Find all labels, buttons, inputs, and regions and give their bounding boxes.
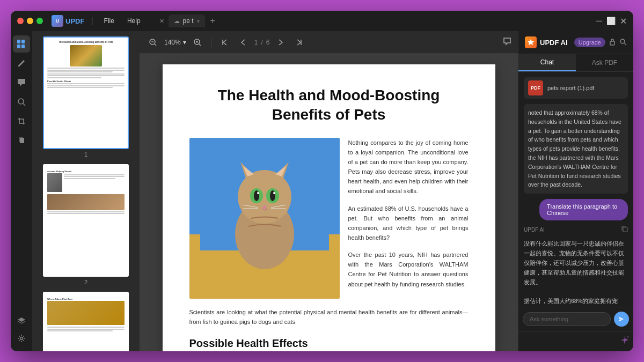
ai-header-right: Upgrade [574, 38, 627, 47]
current-page: 1 [254, 39, 258, 46]
tab-ask-pdf[interactable]: Ask PDF [576, 54, 633, 71]
svg-rect-40 [623, 227, 627, 232]
pdf-para-4: Scientists are looking at what the poten… [189, 307, 469, 327]
separator: | [91, 16, 93, 26]
sidebar-pages-btn[interactable] [13, 132, 30, 149]
close-button[interactable] [17, 18, 24, 24]
sidebar-thumbnails-btn[interactable] [13, 35, 30, 53]
file-ref-card: PDF pets report (1).pdf [524, 77, 628, 99]
win-close-button[interactable]: ✕ [620, 16, 627, 26]
ai-header-left: UPDF AI [525, 36, 568, 48]
ai-title: UPDF AI [540, 39, 568, 47]
win-restore-button[interactable]: ⬜ [606, 17, 616, 25]
thumb-content-1: The Health and Mood-Boosting Benefits of… [44, 38, 128, 148]
sidebar-crop-btn[interactable] [13, 113, 30, 130]
sidebar-comment-btn[interactable] [13, 74, 30, 91]
page-nav: 1 / 6 [254, 39, 270, 46]
title-bar-right: ─ ⬜ ✕ [596, 16, 627, 26]
pdf-text-column: Nothing compares to the joy of coming ho… [348, 138, 469, 299]
main-content: The Health and Mood-Boosting Benefits of… [11, 31, 633, 351]
prev-page-button[interactable] [236, 36, 250, 48]
ai-logo-icon [525, 36, 537, 48]
menu-file[interactable]: File [100, 15, 119, 27]
ai-sparkle-button[interactable] [619, 335, 630, 348]
svg-rect-7 [20, 138, 24, 143]
thumbnail-page-1[interactable]: The Health and Mood-Boosting Benefits of… [36, 36, 135, 158]
svg-rect-3 [21, 45, 25, 48]
search-icon-btn[interactable] [619, 38, 627, 47]
thumb-content-2: Animals Helping People [44, 165, 128, 276]
sidebar-settings-btn[interactable] [13, 330, 30, 347]
logo-text: UPDF [65, 17, 84, 25]
upgrade-button[interactable]: Upgrade [574, 38, 605, 47]
pdf-content[interactable]: The Health and Mood-Boosting Benefits of… [140, 54, 518, 351]
tab-chevron-icon: ▾ [197, 18, 200, 24]
pdf-para-1: Nothing compares to the joy of coming ho… [348, 138, 469, 196]
lock-icon-btn[interactable] [609, 38, 616, 47]
zoom-level: 140% [164, 39, 181, 46]
pdf-para-3: Over the past 10 years, NIH has partnere… [348, 250, 469, 289]
copy-response-button[interactable] [621, 226, 628, 234]
page-separator: / [261, 39, 262, 46]
pdf-section-title: Possible Health Effects [189, 337, 469, 350]
title-bar: U UPDF | File Help ✕ ☁ pe t ▾ + ─ ⬜ ✕ [11, 11, 633, 31]
app-window: U UPDF | File Help ✕ ☁ pe t ▾ + ─ ⬜ ✕ [11, 11, 633, 351]
pdf-para-2: An estimated 68% of U.S. households have… [348, 204, 469, 243]
total-pages: 6 [266, 39, 270, 46]
ai-search-input[interactable] [523, 312, 611, 326]
menu-help[interactable]: Help [123, 15, 145, 27]
next-page-button[interactable] [274, 36, 288, 48]
thumbnail-page-3[interactable]: Why to Take a Plant Tour 3 [36, 292, 135, 351]
svg-point-30 [257, 192, 259, 194]
svg-line-39 [625, 43, 627, 45]
thumb-label-1: 1 [84, 151, 87, 158]
svg-line-11 [155, 44, 156, 46]
sidebar-layers-btn[interactable] [13, 313, 30, 330]
svg-point-4 [18, 99, 24, 104]
thumb-content-3: Why to Take a Plant Tour [44, 293, 128, 351]
thumb-label-2: 2 [84, 279, 87, 285]
maximize-button[interactable] [36, 18, 43, 24]
ai-input-area [518, 307, 633, 331]
logo-icon: U [52, 15, 63, 27]
pdf-toolbar: 140% ▾ [140, 31, 518, 54]
zoom-chevron-icon: ▾ [183, 39, 186, 46]
pdf-page: The Health and Mood-Boosting Benefits of… [163, 64, 495, 351]
ai-send-button[interactable] [614, 312, 629, 327]
svg-rect-1 [21, 40, 25, 43]
svg-point-41 [627, 336, 629, 338]
tab-close-button[interactable]: ✕ [158, 17, 166, 25]
svg-rect-37 [610, 41, 614, 45]
cat-silhouette [189, 138, 340, 299]
svg-line-5 [23, 104, 25, 106]
thumb-img-1: The Health and Mood-Boosting Benefits of… [43, 36, 129, 149]
last-page-button[interactable] [292, 36, 306, 48]
ai-chat-area[interactable]: PDF pets report (1).pdf noted that appro… [518, 72, 633, 307]
thumb-img-2: Animals Helping People [43, 164, 129, 277]
ai-initial-message: noted that approximately 68% of househol… [524, 104, 628, 194]
win-minimize-button[interactable]: ─ [596, 16, 602, 26]
tab-bar: ✕ ☁ pe t ▾ + [158, 14, 218, 27]
pdf-main-title: The Health and Mood-Boosting Benefits of… [189, 86, 469, 125]
tab-name: pe t [183, 17, 194, 25]
sidebar-edit-btn[interactable] [13, 55, 30, 72]
tab-chat[interactable]: Chat [518, 54, 576, 71]
tab-add-button[interactable]: + [207, 16, 218, 26]
thumb-cat-img [70, 45, 102, 67]
zoom-in-button[interactable] [191, 36, 204, 48]
user-translate-bubble: Translate this paragraph to Chinese [539, 199, 628, 220]
window-controls [17, 18, 43, 24]
svg-line-15 [199, 44, 201, 46]
first-page-button[interactable] [218, 36, 232, 48]
minimize-button[interactable] [27, 18, 33, 24]
ai-bottom-bar [518, 331, 633, 351]
thumbnail-page-2[interactable]: Animals Helping People [36, 164, 135, 285]
toolbar-separator [211, 37, 211, 48]
comment-button[interactable] [503, 37, 511, 48]
zoom-display: 140% ▾ [164, 39, 186, 46]
pdf-cat-image [189, 138, 340, 299]
cloud-icon: ☁ [174, 18, 180, 25]
zoom-out-button[interactable] [146, 36, 160, 48]
sidebar-search-btn[interactable] [13, 93, 30, 110]
active-tab[interactable]: ☁ pe t ▾ [169, 14, 205, 27]
